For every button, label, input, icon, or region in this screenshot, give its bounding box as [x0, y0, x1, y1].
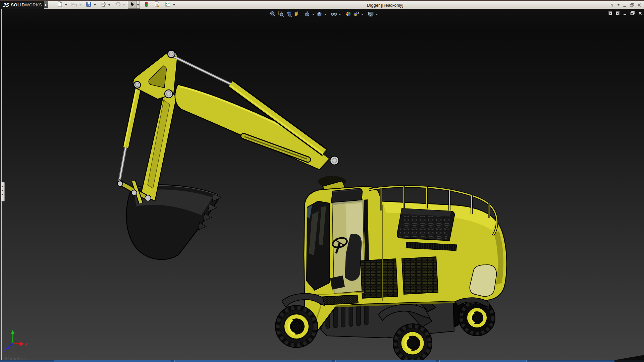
- pane-expand-right-button[interactable]: [615, 11, 620, 15]
- document-window-controls: [608, 11, 642, 15]
- window-controls: ?: [610, 2, 642, 8]
- section-view-icon: [294, 11, 300, 18]
- front-left-wheel[interactable]: [275, 305, 318, 348]
- collapse-arrow-icon: [2, 185, 3, 187]
- open-button[interactable]: [70, 1, 78, 9]
- appearance-ball-icon: [345, 11, 352, 18]
- app-close-button[interactable]: [637, 3, 642, 7]
- view-settings-dropdown[interactable]: [375, 11, 378, 18]
- previous-view-button[interactable]: [285, 11, 292, 18]
- solidworks-app: { "window": { "title": "Digger [Read-onl…: [0, 0, 644, 362]
- pane-expand-left-button[interactable]: [608, 11, 612, 15]
- window-title: Digger [Read-only]: [367, 3, 403, 8]
- feature-manager-collapsed-tab[interactable]: [1, 182, 5, 201]
- zoom-to-area-icon: [278, 11, 284, 18]
- edit-appearance-button[interactable]: [344, 11, 352, 18]
- cab-windshield: [307, 201, 329, 290]
- doc-close-button[interactable]: [638, 11, 642, 15]
- select-cursor-icon: [129, 1, 135, 9]
- print-dropdown[interactable]: [107, 1, 111, 9]
- solidworks-logo: 3S SOLIDWORKS: [0, 1, 44, 9]
- title-bar: 3S SOLIDWORKS Digger [Read-only] ?: [0, 0, 644, 9]
- previous-view-icon: [286, 11, 292, 18]
- view-settings-icon: [368, 11, 374, 18]
- arm-hydraulic-cylinder[interactable]: [119, 86, 139, 181]
- eyeglasses-icon: [331, 11, 337, 18]
- printer-icon: [100, 1, 106, 9]
- select-tool-dropdown[interactable]: [136, 1, 140, 9]
- brand-name-light: WORKS: [25, 2, 42, 7]
- new-document-button[interactable]: [56, 1, 64, 9]
- options-button[interactable]: [164, 1, 172, 9]
- save-dropdown[interactable]: [93, 1, 97, 9]
- undo-dropdown[interactable]: [122, 1, 125, 9]
- brand-name-strong: SOLID: [11, 2, 25, 7]
- apply-scene-icon: [353, 11, 360, 18]
- view-settings-button[interactable]: [367, 11, 374, 18]
- new-document-dropdown[interactable]: [64, 1, 68, 9]
- display-style-dropdown[interactable]: [324, 11, 327, 18]
- print-button[interactable]: [99, 1, 107, 9]
- apply-scene-dropdown[interactable]: [361, 11, 364, 18]
- zoom-to-fit-icon: [270, 11, 276, 18]
- undo-icon: [114, 1, 121, 9]
- hide-show-items-dropdown[interactable]: [338, 11, 341, 18]
- options-dropdown[interactable]: [172, 1, 176, 9]
- system-tray-edge: [614, 360, 644, 362]
- doc-minimize-button[interactable]: [623, 11, 627, 15]
- traffic-light-icon: [143, 1, 150, 9]
- menu-flyout-arrow[interactable]: [44, 1, 48, 8]
- help-button[interactable]: ?: [610, 3, 614, 8]
- section-view-button[interactable]: [293, 11, 301, 18]
- view-orientation-label: *Dimetric: [4, 356, 25, 360]
- view-orientation-button[interactable]: [304, 11, 311, 18]
- windows-taskbar-edge[interactable]: [0, 360, 644, 362]
- rear-window: [470, 265, 497, 297]
- orientation-triad[interactable]: X Z: [4, 330, 28, 353]
- open-folder-icon: [71, 1, 77, 9]
- zoom-to-area-button[interactable]: [277, 11, 284, 18]
- save-button[interactable]: [85, 1, 93, 9]
- rebuild-button[interactable]: [142, 1, 151, 9]
- select-tool-button[interactable]: [128, 1, 136, 9]
- view-orientation-icon: [304, 11, 311, 18]
- help-dropdown[interactable]: [616, 2, 620, 8]
- file-properties-icon: [154, 1, 160, 9]
- main-toolbar: [56, 1, 176, 9]
- triad-x-label: X: [25, 342, 28, 346]
- display-style-button[interactable]: [316, 11, 323, 18]
- app-minimize-button[interactable]: [623, 3, 627, 7]
- new-document-icon: [57, 1, 63, 9]
- excavator-model[interactable]: X Z: [0, 9, 644, 360]
- apply-scene-button[interactable]: [353, 11, 360, 18]
- open-dropdown[interactable]: [78, 1, 82, 9]
- taskbar-button[interactable]: [335, 360, 436, 362]
- doc-restore-button[interactable]: [630, 11, 635, 15]
- step-grille: [320, 295, 358, 305]
- front-right-wheel[interactable]: [393, 324, 432, 360]
- graphics-viewport[interactable]: X Z *Dimetri: [0, 9, 644, 360]
- view-orientation-dropdown[interactable]: [312, 11, 315, 18]
- options-checklist-icon: [165, 1, 171, 9]
- dipper-arm[interactable]: [141, 88, 176, 201]
- solidworks-3s-glyph: 3S: [3, 2, 10, 8]
- save-floppy-icon: [86, 1, 92, 9]
- heads-up-view-toolbar: [269, 10, 378, 18]
- app-restore-button[interactable]: [630, 3, 635, 7]
- file-properties-button[interactable]: [153, 1, 161, 9]
- display-style-icon: [316, 11, 323, 18]
- hide-show-items-button[interactable]: [330, 11, 337, 18]
- taskbar-button[interactable]: [174, 360, 332, 362]
- collapse-arrow-icon: [2, 189, 3, 191]
- taskbar-button[interactable]: [439, 360, 527, 362]
- undo-button[interactable]: [113, 1, 122, 9]
- collapse-arrow-icon: [2, 193, 3, 195]
- taskbar-button[interactable]: [54, 360, 171, 362]
- triad-z-label: Z: [4, 349, 7, 353]
- zoom-to-fit-button[interactable]: [269, 11, 276, 18]
